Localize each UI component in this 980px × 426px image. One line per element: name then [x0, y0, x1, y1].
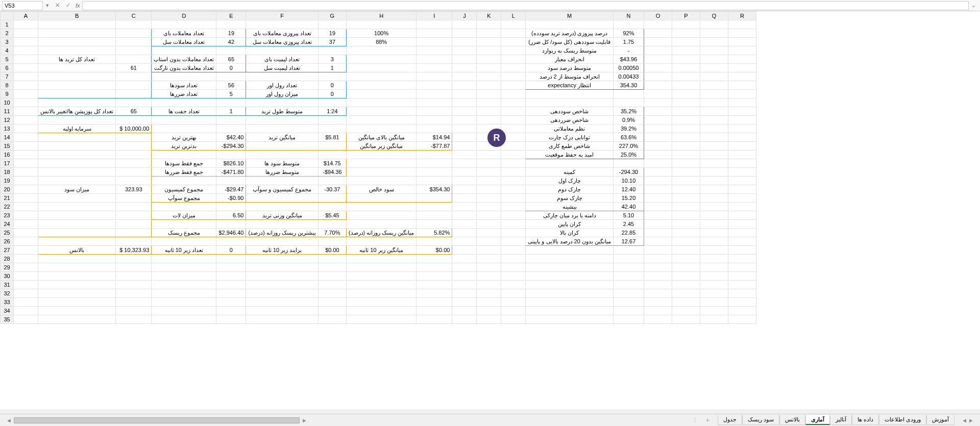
cell-E30[interactable] [216, 272, 246, 281]
cell-B9[interactable] [38, 90, 116, 98]
row-header-15[interactable]: 15 [1, 142, 14, 151]
cell-D2[interactable]: تعداد معاملات بای [152, 29, 216, 38]
cell-E20[interactable]: -$29.47 [216, 185, 246, 194]
cell-G8[interactable]: 0 [318, 81, 346, 90]
cell-A2[interactable] [14, 29, 38, 38]
cell-Q34[interactable] [700, 307, 728, 315]
cell-C32[interactable] [116, 289, 152, 298]
cell-J35[interactable] [452, 315, 477, 324]
cell-Q7[interactable] [700, 72, 728, 81]
cell-M15[interactable]: شاخص طمع کاری [526, 142, 614, 151]
cell-B7[interactable] [38, 72, 116, 81]
cell-H30[interactable] [346, 272, 416, 281]
cell-N27[interactable] [614, 246, 644, 255]
cell-L18[interactable] [501, 168, 526, 177]
cell-O30[interactable] [644, 272, 672, 281]
cell-F30[interactable] [246, 272, 318, 281]
cell-F23[interactable]: میانگین وزنی ترید [246, 211, 318, 220]
cell-M21[interactable]: چارک سوم [526, 194, 614, 203]
cell-E19[interactable] [216, 177, 246, 185]
cell-H18[interactable] [346, 168, 416, 177]
cell-E6[interactable]: 0 [216, 64, 246, 72]
cell-D31[interactable] [152, 281, 216, 289]
col-header-N[interactable]: N [614, 12, 644, 20]
cell-M33[interactable] [526, 298, 614, 307]
cell-H33[interactable] [346, 298, 416, 307]
cell-L31[interactable] [501, 281, 526, 289]
row-header-1[interactable]: 1 [1, 20, 14, 29]
cell-N6[interactable]: 0.00050 [614, 64, 644, 72]
cell-Q31[interactable] [700, 281, 728, 289]
cell-E1[interactable] [216, 20, 246, 29]
cell-C1[interactable] [116, 20, 152, 29]
cell-P20[interactable] [672, 185, 700, 194]
cell-N31[interactable] [614, 281, 644, 289]
cell-M26[interactable]: میانگین بدون 20 درصد بالایی و پایینی [526, 237, 614, 246]
row-header-19[interactable]: 19 [1, 177, 14, 185]
cell-R34[interactable] [728, 307, 756, 315]
cell-L8[interactable] [501, 81, 526, 90]
cell-J34[interactable] [452, 307, 477, 315]
cell-N14[interactable]: 63.6% [614, 133, 644, 142]
cell-O15[interactable] [644, 142, 672, 151]
cell-C35[interactable] [116, 315, 152, 324]
cell-A22[interactable] [14, 203, 38, 211]
cell-E7[interactable] [216, 72, 246, 81]
cell-G16[interactable] [318, 151, 346, 159]
cell-J15[interactable] [452, 142, 477, 151]
cell-G1[interactable] [318, 20, 346, 29]
cell-F9[interactable]: میزان رول اور [246, 90, 318, 98]
cell-L20[interactable] [501, 185, 526, 194]
cell-E5[interactable]: 65 [216, 55, 246, 64]
cell-P28[interactable] [672, 255, 700, 263]
cell-J3[interactable] [452, 38, 477, 46]
cell-A24[interactable] [14, 220, 38, 229]
cell-K2[interactable] [477, 29, 501, 38]
cell-P32[interactable] [672, 289, 700, 298]
cell-R32[interactable] [728, 289, 756, 298]
cell-L27[interactable] [501, 246, 526, 255]
cell-E26[interactable] [216, 237, 246, 246]
cell-P1[interactable] [672, 20, 700, 29]
cell-F32[interactable] [246, 289, 318, 298]
cell-D9[interactable]: تعداد ضررها [152, 90, 216, 98]
cell-M12[interactable]: شاخص ضرردهی [526, 116, 614, 124]
row-header-23[interactable]: 23 [1, 211, 14, 220]
cell-L26[interactable] [501, 237, 526, 246]
cell-N10[interactable] [614, 98, 644, 107]
cell-L9[interactable] [501, 90, 526, 98]
cell-N33[interactable] [614, 298, 644, 307]
cell-R2[interactable] [728, 29, 756, 38]
cell-B33[interactable] [38, 298, 116, 307]
cell-B27[interactable]: بالانس [38, 246, 116, 255]
col-header-A[interactable]: A [14, 12, 38, 20]
cell-A23[interactable] [14, 211, 38, 220]
row-header-10[interactable]: 10 [1, 98, 14, 107]
cell-B35[interactable] [38, 315, 116, 324]
cell-C13[interactable]: $ 10,000.00 [116, 124, 152, 133]
cell-H2[interactable]: 100% [346, 29, 416, 38]
cell-B5[interactable]: تعداد کل ترید ها [38, 55, 116, 64]
cell-F10[interactable] [246, 98, 318, 107]
cell-I31[interactable] [416, 281, 452, 289]
cell-N12[interactable]: 0.9% [614, 116, 644, 124]
cell-R5[interactable] [728, 55, 756, 64]
cell-H29[interactable] [346, 263, 416, 272]
cell-O3[interactable] [644, 38, 672, 46]
cell-K5[interactable] [477, 55, 501, 64]
col-header-K[interactable]: K [477, 12, 501, 20]
cell-D29[interactable] [152, 263, 216, 272]
cell-H26[interactable] [346, 237, 416, 246]
cell-M7[interactable]: انحراف متوسط از 2 درصد [526, 72, 614, 81]
cell-I25[interactable]: 5.82% [416, 229, 452, 237]
cell-A1[interactable] [14, 20, 38, 29]
row-header-13[interactable]: 13 [1, 124, 14, 133]
cell-C10[interactable] [116, 98, 152, 107]
cell-N17[interactable] [614, 159, 644, 168]
row-header-20[interactable]: 20 [1, 185, 14, 194]
cell-I12[interactable] [416, 116, 452, 124]
cell-M10[interactable] [526, 98, 614, 107]
cell-C18[interactable] [116, 168, 152, 177]
cell-O18[interactable] [644, 168, 672, 177]
cell-R35[interactable] [728, 315, 756, 324]
